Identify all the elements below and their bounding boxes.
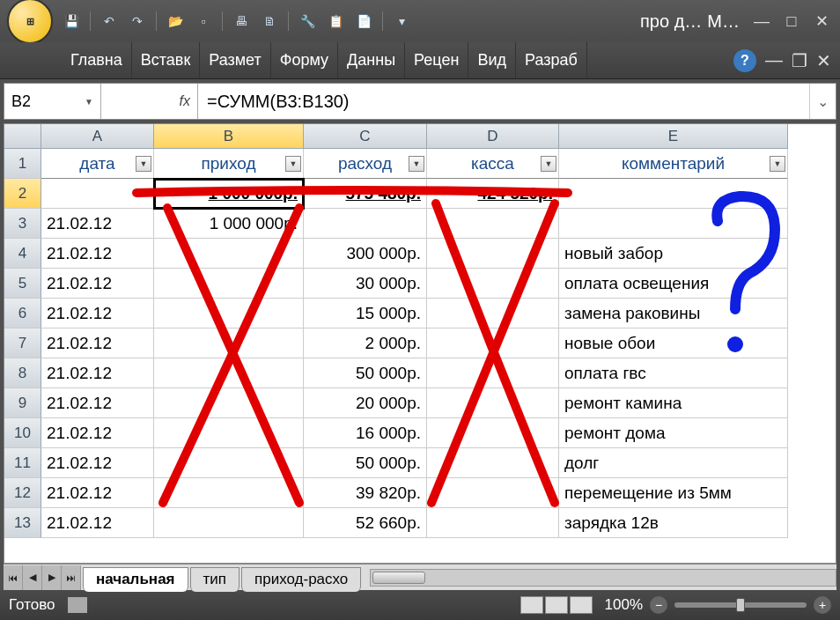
zoom-out-button[interactable]: − (650, 596, 667, 614)
page-break-view-button[interactable] (570, 596, 593, 614)
cell[interactable]: ремонт дома (559, 418, 788, 448)
cell[interactable]: 575 480р. (304, 179, 427, 209)
sheet-tab[interactable]: начальная (83, 567, 188, 592)
cell[interactable]: оплата освещения (559, 269, 788, 299)
row-header[interactable]: 1 (4, 149, 41, 179)
cell[interactable] (427, 478, 559, 508)
cell[interactable] (154, 388, 304, 418)
cell[interactable]: новые обои (559, 328, 788, 358)
close-doc-button[interactable]: ✕ (816, 50, 831, 71)
tab-review[interactable]: Рецен (405, 42, 468, 78)
row-header[interactable]: 6 (4, 299, 41, 328)
zoom-in-button[interactable]: + (814, 596, 831, 614)
header-cell[interactable]: касса▼ (427, 149, 559, 179)
cell[interactable] (154, 508, 304, 538)
header-cell[interactable]: дата▼ (41, 149, 154, 179)
row-header[interactable]: 10 (4, 418, 41, 448)
cell[interactable] (427, 418, 559, 448)
cell[interactable] (427, 508, 559, 538)
cell[interactable]: оплата гвс (559, 358, 788, 388)
cell[interactable]: 2 000р. (304, 328, 427, 358)
fx-icon[interactable]: fx (180, 93, 190, 109)
cell[interactable]: 424 520р. (427, 179, 559, 209)
scrollbar-thumb[interactable] (372, 572, 425, 584)
open-icon[interactable]: 📂 (164, 10, 187, 33)
row-header[interactable]: 12 (4, 478, 41, 508)
header-cell[interactable]: расход▼ (304, 149, 427, 179)
cell[interactable]: 21.02.12 (41, 269, 154, 299)
zoom-slider[interactable] (674, 602, 807, 608)
filter-dropdown-icon[interactable]: ▼ (409, 156, 424, 172)
row-header[interactable]: 8 (4, 358, 41, 388)
tab-developer[interactable]: Разраб (516, 42, 587, 78)
cell[interactable] (154, 418, 304, 448)
cell[interactable]: 50 000р. (304, 358, 427, 388)
cell[interactable] (427, 358, 559, 388)
filter-dropdown-icon[interactable]: ▼ (285, 156, 301, 172)
cell[interactable] (427, 209, 559, 239)
cell[interactable]: перемещение из 5мм (559, 478, 788, 508)
next-sheet-button[interactable]: ▶ (42, 565, 62, 590)
help-icon[interactable]: ? (733, 49, 756, 72)
page-layout-view-button[interactable] (545, 596, 568, 614)
cell[interactable]: 21.02.12 (41, 418, 154, 448)
zoom-thumb[interactable] (736, 598, 745, 612)
row-header[interactable]: 9 (4, 388, 41, 418)
last-sheet-button[interactable]: ⏭ (62, 565, 81, 590)
tab-view[interactable]: Вид (468, 42, 516, 78)
cell[interactable] (559, 209, 788, 239)
copy-icon[interactable]: 📋 (324, 10, 347, 33)
select-all-corner[interactable] (4, 124, 41, 149)
more-icon[interactable]: ▾ (390, 10, 413, 33)
cell[interactable] (154, 328, 304, 358)
restore-window-button[interactable]: ❐ (792, 50, 807, 71)
cell[interactable]: 16 000р. (304, 418, 427, 448)
paste-icon[interactable]: 📄 (352, 10, 375, 33)
cell[interactable]: 21.02.12 (41, 358, 154, 388)
sheet-tab[interactable]: приход-расхо (241, 567, 361, 592)
cell[interactable]: 21.02.12 (41, 328, 154, 358)
tab-formulas[interactable]: Форму (271, 42, 338, 78)
close-button[interactable]: ✕ (810, 10, 833, 33)
tab-layout[interactable]: Размет (200, 42, 271, 78)
maximize-button[interactable]: □ (780, 10, 803, 33)
cell[interactable]: 21.02.12 (41, 478, 154, 508)
prev-sheet-button[interactable]: ◀ (23, 565, 42, 590)
row-header[interactable]: 13 (4, 508, 41, 538)
cell[interactable]: 50 000р. (304, 448, 427, 478)
cell[interactable]: 1 000 000р. (154, 209, 304, 239)
sheet-tab[interactable]: тип (190, 567, 240, 592)
cell[interactable]: 21.02.12 (41, 508, 154, 538)
cell[interactable] (304, 209, 427, 239)
cell[interactable]: 300 000р. (304, 239, 427, 269)
first-sheet-button[interactable]: ⏮ (4, 565, 23, 590)
cell[interactable]: замена раковины (559, 299, 788, 328)
spreadsheet-grid[interactable]: ABCDE1дата▼приход▼расход▼касса▼комментар… (4, 123, 836, 564)
column-header[interactable]: E (559, 124, 788, 149)
cell[interactable] (154, 448, 304, 478)
filter-dropdown-icon[interactable]: ▼ (541, 156, 556, 172)
tab-home[interactable]: Главна (62, 42, 132, 78)
filter-dropdown-icon[interactable]: ▼ (136, 156, 151, 172)
chevron-down-icon[interactable]: ▼ (85, 97, 93, 107)
cell[interactable]: 21.02.12 (41, 239, 154, 269)
save-icon[interactable]: 💾 (60, 10, 83, 33)
cell[interactable]: 1 000 000р. (154, 179, 304, 209)
row-header[interactable]: 4 (4, 239, 41, 269)
column-header[interactable]: D (427, 124, 559, 149)
minimize-button[interactable]: ― (750, 10, 773, 33)
cell[interactable] (427, 388, 559, 418)
expand-formula-button[interactable]: ⌄ (809, 84, 836, 119)
horizontal-scrollbar[interactable] (370, 569, 836, 587)
redo-icon[interactable]: ↷ (126, 10, 149, 33)
undo-icon[interactable]: ↶ (98, 10, 121, 33)
cell[interactable]: новый забор (559, 239, 788, 269)
column-header[interactable]: B (154, 124, 304, 149)
cell[interactable] (559, 179, 788, 209)
row-header[interactable]: 7 (4, 328, 41, 358)
minimize-ribbon-button[interactable]: ― (765, 50, 783, 70)
office-button[interactable]: ⊞ (7, 0, 53, 44)
cell[interactable]: ремонт камина (559, 388, 788, 418)
cell[interactable] (427, 269, 559, 299)
cell[interactable] (154, 239, 304, 269)
